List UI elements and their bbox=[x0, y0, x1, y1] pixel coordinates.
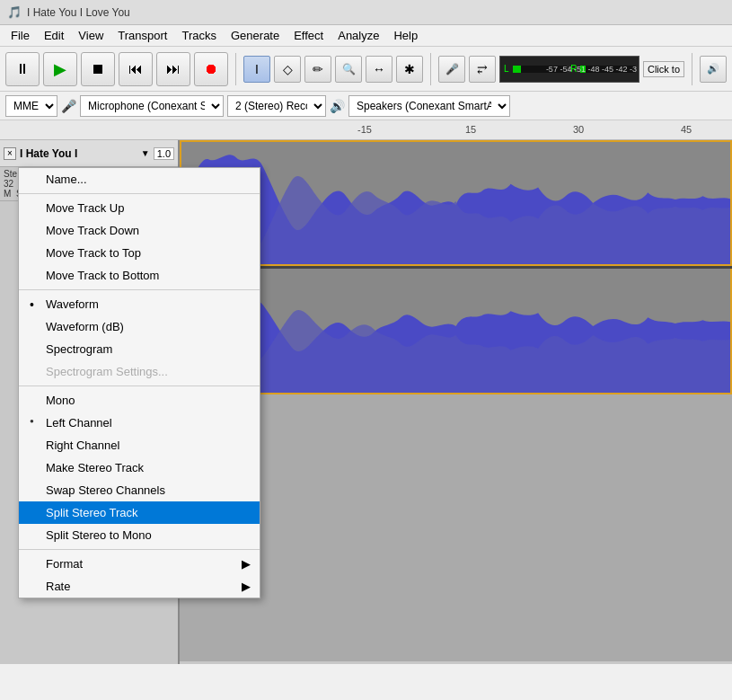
click-to-button[interactable]: Click to bbox=[643, 61, 684, 77]
ctx-sep-2 bbox=[19, 289, 260, 290]
waveform-top bbox=[180, 140, 732, 266]
ctx-sep-4 bbox=[19, 549, 260, 550]
track-title: I Hate You I bbox=[20, 147, 137, 160]
speaker-device-icon: 🔊 bbox=[330, 99, 345, 113]
waveform-bottom-svg bbox=[181, 269, 730, 393]
ctx-move-bottom[interactable]: Move Track to Bottom bbox=[19, 264, 260, 287]
below-tracks-area bbox=[180, 394, 732, 661]
waveform-bottom bbox=[180, 269, 732, 394]
ctx-move-up[interactable]: Move Track Up bbox=[19, 197, 260, 219]
mic-device-icon: 🎤 bbox=[61, 99, 76, 113]
selection-tool[interactable]: I bbox=[243, 56, 270, 83]
move-tool[interactable]: ↔ bbox=[366, 56, 392, 83]
stop-button[interactable]: ⏹ bbox=[81, 52, 115, 86]
track-label-ste: Ste bbox=[4, 169, 17, 179]
skip-end-button[interactable]: ⏭ bbox=[156, 52, 190, 86]
ctx-waveform[interactable]: Waveform bbox=[19, 293, 260, 315]
menu-bar: FileEditViewTransportTracksGenerateEffec… bbox=[0, 25, 732, 47]
ctx-mono[interactable]: Mono bbox=[19, 389, 260, 412]
title-bar: 🎵 I Hate You I Love You bbox=[0, 0, 732, 25]
menu-item-view[interactable]: View bbox=[71, 27, 110, 44]
tick-15: 15 bbox=[465, 124, 476, 135]
record-meter-tool[interactable]: ⥂ bbox=[469, 56, 496, 83]
record-button[interactable]: ⏺ bbox=[194, 52, 228, 86]
ctx-left-channel[interactable]: Left Channel bbox=[19, 412, 260, 434]
ctx-swap-stereo[interactable]: Swap Stereo Channels bbox=[19, 479, 260, 501]
menu-item-generate[interactable]: Generate bbox=[224, 27, 287, 44]
pause-button[interactable]: ⏸ bbox=[5, 52, 40, 86]
ctx-spectrogram[interactable]: Spectrogram bbox=[19, 338, 260, 360]
main-area: × I Hate You I ▼ 1.0 Ste 32 M S Name... … bbox=[0, 140, 732, 664]
level-L: L bbox=[500, 64, 513, 74]
track-header: × I Hate You I ▼ 1.0 bbox=[0, 140, 178, 167]
app-icon: 🎵 bbox=[7, 5, 22, 20]
volume-slider[interactable]: 🔊 bbox=[700, 56, 727, 83]
track-sample-rate: 32 bbox=[4, 179, 13, 189]
mic-icon[interactable]: 🎤 bbox=[438, 56, 465, 83]
waveform-top-svg bbox=[181, 142, 730, 264]
device-row: MME 🎤 Microphone (Conexant Sm 2 (Stereo)… bbox=[0, 92, 732, 120]
tick--15: -15 bbox=[357, 124, 372, 135]
zoom-tool[interactable]: 🔍 bbox=[335, 56, 362, 83]
play-button[interactable]: ▶ bbox=[43, 52, 77, 86]
menu-item-tracks[interactable]: Tracks bbox=[174, 27, 224, 44]
menu-item-analyze[interactable]: Analyze bbox=[331, 27, 386, 44]
format-arrow-icon: ▶ bbox=[242, 557, 251, 571]
level-meter: L R -57 -54 -51 -48 -45 -42 -3 bbox=[499, 56, 639, 83]
ctx-name[interactable]: Name... bbox=[19, 168, 260, 191]
ctx-move-top[interactable]: Move Track to Top bbox=[19, 242, 260, 264]
ctx-make-stereo[interactable]: Make Stereo Track bbox=[19, 456, 260, 479]
main-toolbar: ⏸ ▶ ⏹ ⏮ ⏭ ⏺ I ◇ ✏ 🔍 ↔ ✱ 🎤 ⥂ L R -57 -54 … bbox=[0, 47, 732, 92]
timeline-ruler: -15 15 30 45 1 bbox=[0, 120, 732, 140]
rate-arrow-icon: ▶ bbox=[242, 580, 251, 593]
level-bar-L-fill bbox=[513, 66, 521, 73]
toolbar-sep-3 bbox=[692, 53, 692, 85]
ctx-move-down[interactable]: Move Track Down bbox=[19, 219, 260, 242]
ctx-rate[interactable]: Rate ▶ bbox=[19, 575, 260, 598]
context-menu: Name... Move Track Up Move Track Down Mo… bbox=[18, 167, 260, 598]
tick-45: 45 bbox=[681, 124, 692, 135]
toolbar-separator-2 bbox=[430, 53, 431, 85]
level-scale: -57 -54 -51 -48 -45 -42 -3 bbox=[546, 65, 639, 74]
track-version: 1.0 bbox=[154, 147, 174, 160]
skip-start-button[interactable]: ⏮ bbox=[119, 52, 153, 86]
draw-tool[interactable]: ✏ bbox=[304, 56, 331, 83]
ctx-waveform-db[interactable]: Waveform (dB) bbox=[19, 315, 260, 338]
track-close-button[interactable]: × bbox=[4, 147, 16, 160]
multi-tool[interactable]: ✱ bbox=[396, 56, 423, 83]
channels-select[interactable]: 2 (Stereo) Recor bbox=[227, 95, 326, 117]
ctx-format[interactable]: Format ▶ bbox=[19, 553, 260, 575]
ctx-sep-1 bbox=[19, 193, 260, 194]
level-labels: -57 -54 -51 -48 -45 -42 -3 bbox=[546, 57, 639, 82]
ctx-right-channel[interactable]: Right Channel bbox=[19, 434, 260, 456]
track-dropdown-button[interactable]: ▼ bbox=[141, 148, 150, 158]
ctx-split-mono[interactable]: Split Stereo to Mono bbox=[19, 524, 260, 546]
window-title: I Hate You I Love You bbox=[27, 6, 130, 19]
ctx-spectrogram-settings: Spectrogram Settings... bbox=[19, 360, 260, 383]
toolbar-separator bbox=[235, 53, 236, 85]
track-label-M: M bbox=[4, 189, 11, 199]
ctx-sep-3 bbox=[19, 385, 260, 386]
ctx-split-stereo[interactable]: Split Stereo Track bbox=[19, 501, 260, 524]
menu-item-edit[interactable]: Edit bbox=[37, 27, 71, 44]
input-device-select[interactable]: Microphone (Conexant Sm bbox=[80, 95, 224, 117]
envelope-tool[interactable]: ◇ bbox=[274, 56, 301, 83]
menu-item-help[interactable]: Help bbox=[386, 27, 425, 44]
tick-30: 30 bbox=[573, 124, 584, 135]
output-device-select[interactable]: Speakers (Conexant SmartA bbox=[348, 95, 510, 117]
timeline-scale: -15 15 30 45 1 bbox=[357, 120, 732, 139]
audio-host-select[interactable]: MME bbox=[5, 95, 57, 117]
menu-item-file[interactable]: File bbox=[4, 27, 37, 44]
track-panel: × I Hate You I ▼ 1.0 Ste 32 M S Name... … bbox=[0, 140, 180, 664]
waveform-area bbox=[180, 140, 732, 664]
menu-item-transport[interactable]: Transport bbox=[110, 27, 174, 44]
menu-item-effect[interactable]: Effect bbox=[287, 27, 331, 44]
